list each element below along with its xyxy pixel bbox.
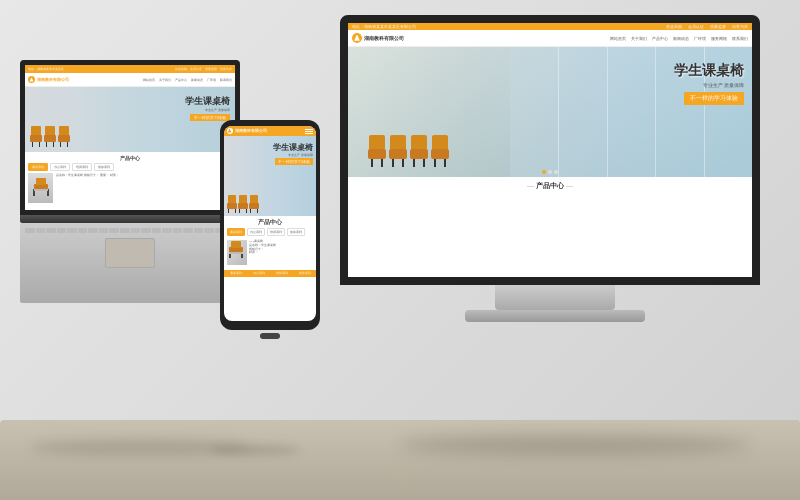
- l-hero-sub: 专业生产 质量保障: [185, 108, 230, 112]
- p-nav-item-2[interactable]: 办公系列: [253, 272, 265, 275]
- chair-3: [410, 132, 428, 167]
- chair-1-seat: [368, 149, 386, 159]
- l-topbar-address: 地址：湖南省某某市某某区: [28, 68, 64, 71]
- dot-1[interactable]: [542, 170, 546, 174]
- p-nav-item-4[interactable]: 候诊系列: [299, 272, 311, 275]
- svg-rect-1: [36, 178, 46, 185]
- dot-2[interactable]: [548, 170, 552, 174]
- nav-about[interactable]: 关于我们: [631, 36, 647, 41]
- chair-4-back: [432, 135, 448, 149]
- phone-home-button[interactable]: [260, 333, 280, 339]
- p-bottom-nav: 课桌系列 办公系列 培训系列 候诊系列: [224, 270, 316, 277]
- site-nav-items: 网站首页 关于我们 产品中心 新闻动态 厂环境 服务网格 联系我们: [610, 36, 748, 41]
- l-nav-products[interactable]: 产品中心: [175, 78, 187, 82]
- phone: 湖南教科有限公司: [220, 120, 320, 340]
- svg-rect-9: [229, 252, 243, 254]
- window-line-2: [607, 47, 608, 177]
- scene: 地址：湖南省某某市某某区有限公司 首选采购 会员认证 质量监督 信誉为本: [0, 0, 800, 500]
- laptop-website: 地址：湖南省某某市某某区 首选采购 会员认证 质量监督 信誉为本 湖南教科有: [25, 65, 235, 210]
- l-chair-3-leg-r: [67, 142, 68, 147]
- l-link-2[interactable]: 会员认证: [190, 67, 202, 71]
- l-nav-home[interactable]: 网站首页: [143, 78, 155, 82]
- l-product-item: 品名称：学生课桌椅 规格尺寸： 重量： 材质：: [28, 173, 232, 203]
- topbar-link-3[interactable]: 质量监督: [710, 24, 726, 29]
- nav-news[interactable]: 新闻动态: [673, 36, 689, 41]
- p-nav-item-3[interactable]: 培训系列: [276, 272, 288, 275]
- l-tab-3[interactable]: 培训系列: [72, 163, 92, 171]
- l-tab-4[interactable]: 候诊系列: [94, 163, 114, 171]
- topbar-link-1[interactable]: 首选采购: [666, 24, 682, 29]
- touchpad[interactable]: [105, 238, 155, 268]
- l-nav-contact[interactable]: 联系我们: [220, 78, 232, 82]
- p-hero-cta[interactable]: 不一样的学习体验: [275, 158, 313, 165]
- monitor-screen: 地址：湖南省某某市某某区有限公司 首选采购 会员认证 质量监督 信誉为本: [340, 15, 760, 285]
- p-nav-item-1[interactable]: 课桌系列: [230, 272, 242, 275]
- l-product-image: [28, 173, 53, 203]
- site-hero-banner: 学生课桌椅 专业生产 质量保障 不一样的学习体验: [348, 47, 752, 177]
- nav-service[interactable]: 服务网格: [711, 36, 727, 41]
- p-product-info: AL-2课桌椅 品名称：学生课桌椅 规格尺寸： 材质：: [249, 240, 276, 265]
- p-menu-line-1: [305, 129, 313, 130]
- chair-3-leg-l: [413, 159, 415, 167]
- phone-body: 湖南教科有限公司: [220, 120, 320, 330]
- logo-icon: [352, 33, 362, 43]
- chair-4-leg-l: [434, 159, 436, 167]
- key-15: [173, 228, 183, 233]
- key-6: [78, 228, 88, 233]
- nav-factory[interactable]: 厂环境: [694, 36, 706, 41]
- desktop-website: 地址：湖南省某某市某某区有限公司 首选采购 会员认证 质量监督 信誉为本: [348, 23, 752, 277]
- hero-cta-button[interactable]: 不一样的学习体验: [684, 92, 744, 105]
- l-product-tabs: 课桌系列 办公系列 培训系列 候诊系列: [28, 163, 232, 171]
- p-chair-2: [238, 193, 248, 213]
- p-tab-1[interactable]: 课桌系列: [227, 228, 245, 236]
- l-link-1[interactable]: 首选采购: [175, 67, 187, 71]
- window-line-3: [655, 47, 656, 177]
- p-chair-2-leg-r: [246, 209, 247, 213]
- key-9: [109, 228, 119, 233]
- p-topbar: 湖南教科有限公司: [224, 126, 316, 136]
- l-nav-factory[interactable]: 厂环境: [207, 78, 216, 82]
- p-menu-icon[interactable]: [305, 129, 313, 134]
- phone-shadow: [210, 445, 300, 455]
- l-logo-text: 湖南教科有限公司: [37, 77, 69, 82]
- l-link-4[interactable]: 信誉为本: [220, 67, 232, 71]
- l-chair-1-leg-l: [32, 142, 33, 147]
- p-tab-4[interactable]: 候诊系列: [287, 228, 305, 236]
- l-chair-3-leg-l: [60, 142, 61, 147]
- chair-3-leg-r: [423, 159, 425, 167]
- nav-contact[interactable]: 联系我们: [732, 36, 748, 41]
- l-nav-news[interactable]: 新闻动态: [191, 78, 203, 82]
- monitor-stand: [495, 285, 615, 310]
- p-chair-1: [227, 193, 237, 213]
- p-menu-line-2: [305, 131, 313, 132]
- nav-products[interactable]: 产品中心: [652, 36, 668, 41]
- nav-home[interactable]: 网站首页: [610, 36, 626, 41]
- topbar-link-2[interactable]: 会员认证: [688, 24, 704, 29]
- key-5: [67, 228, 77, 233]
- l-chair-1-seat: [30, 135, 42, 142]
- key-18: [204, 228, 214, 233]
- p-chair-3: [249, 193, 259, 213]
- p-hero-sub: 专业生产 质量保障: [273, 153, 313, 157]
- chair-1-back: [369, 135, 385, 149]
- topbar-link-4[interactable]: 信誉为本: [732, 24, 748, 29]
- p-tab-2[interactable]: 办公系列: [247, 228, 265, 236]
- p-menu-line-3: [305, 133, 313, 134]
- p-chair-3-leg-r: [257, 209, 258, 213]
- dot-3[interactable]: [554, 170, 558, 174]
- key-7: [88, 228, 98, 233]
- p-tab-3[interactable]: 培训系列: [267, 228, 285, 236]
- l-nav-about[interactable]: 关于我们: [159, 78, 171, 82]
- l-tab-2[interactable]: 办公系列: [50, 163, 70, 171]
- l-chair-3: [58, 125, 70, 147]
- key-10: [120, 228, 130, 233]
- p-chair-1-back: [228, 195, 236, 203]
- key-2: [36, 228, 46, 233]
- l-tab-1[interactable]: 课桌系列: [28, 163, 48, 171]
- chair-4-seat: [431, 149, 449, 159]
- l-link-3[interactable]: 质量监督: [205, 67, 217, 71]
- products-section-title: 产品中心: [352, 181, 748, 191]
- site-logo-text: 湖南教科有限公司: [364, 35, 404, 41]
- phone-screen: 湖南教科有限公司: [224, 126, 316, 321]
- desk-surface: [0, 420, 800, 500]
